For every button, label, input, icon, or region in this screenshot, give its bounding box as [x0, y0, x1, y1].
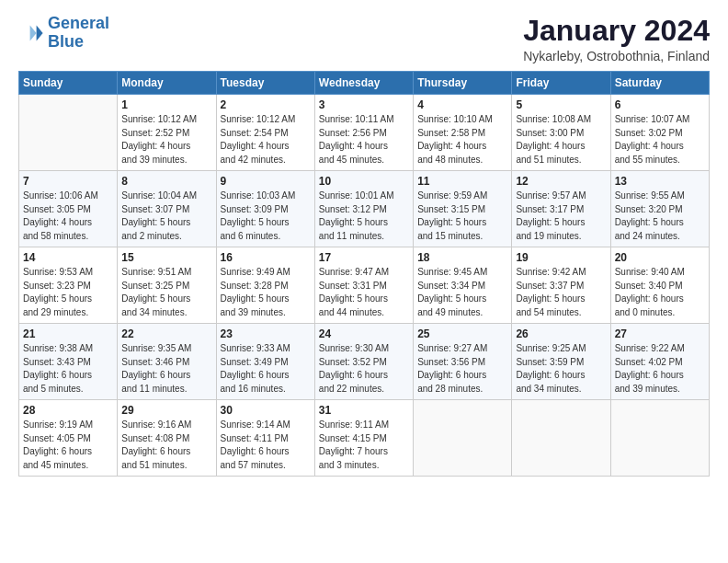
svg-marker-0: [37, 25, 43, 40]
day-number: 31: [319, 404, 409, 417]
header-tuesday: Tuesday: [216, 72, 314, 95]
header: General Blue January 2024 Nykarleby, Ost…: [18, 15, 710, 63]
day-number: 24: [319, 327, 409, 340]
day-info: Sunrise: 9:27 AMSunset: 3:56 PMDaylight:…: [417, 342, 507, 396]
day-info: Sunrise: 9:40 AMSunset: 3:40 PMDaylight:…: [615, 266, 705, 319]
day-number: 2: [221, 98, 311, 111]
svg-marker-1: [30, 25, 37, 40]
day-number: 11: [417, 175, 507, 188]
day-info: Sunrise: 9:14 AMSunset: 4:11 PMDaylight:…: [221, 419, 311, 472]
day-number: 30: [221, 404, 311, 417]
day-number: 23: [221, 327, 311, 340]
table-row: 11Sunrise: 9:59 AMSunset: 3:15 PMDayligh…: [414, 171, 512, 247]
calendar-week-row: 7Sunrise: 10:06 AMSunset: 3:05 PMDayligh…: [19, 171, 710, 247]
table-row: 24Sunrise: 9:30 AMSunset: 3:52 PMDayligh…: [314, 324, 413, 400]
logo-line1: General: [48, 14, 109, 32]
day-number: 4: [417, 98, 507, 111]
day-number: 28: [23, 404, 113, 417]
table-row: 8Sunrise: 10:04 AMSunset: 3:07 PMDayligh…: [118, 171, 216, 247]
table-row: 20Sunrise: 9:40 AMSunset: 3:40 PMDayligh…: [610, 247, 709, 324]
day-number: 6: [615, 98, 705, 111]
day-info: Sunrise: 10:11 AMSunset: 2:56 PMDaylight…: [319, 113, 409, 167]
day-number: 3: [319, 98, 409, 111]
header-saturday: Saturday: [610, 72, 709, 95]
table-row: 4Sunrise: 10:10 AMSunset: 2:58 PMDayligh…: [414, 95, 512, 171]
day-number: 1: [121, 98, 211, 111]
table-row: 1Sunrise: 10:12 AMSunset: 2:52 PMDayligh…: [118, 95, 216, 171]
day-number: 29: [121, 404, 211, 417]
table-row: 29Sunrise: 9:16 AMSunset: 4:08 PMDayligh…: [118, 400, 216, 477]
table-row: 31Sunrise: 9:11 AMSunset: 4:15 PMDayligh…: [314, 400, 413, 477]
table-row: [19, 95, 118, 171]
table-row: 26Sunrise: 9:25 AMSunset: 3:59 PMDayligh…: [512, 324, 610, 400]
table-row: 28Sunrise: 9:19 AMSunset: 4:05 PMDayligh…: [19, 400, 118, 477]
table-row: 17Sunrise: 9:47 AMSunset: 3:31 PMDayligh…: [314, 247, 413, 324]
day-info: Sunrise: 9:19 AMSunset: 4:05 PMDaylight:…: [23, 419, 113, 472]
day-number: 27: [615, 327, 705, 340]
day-info: Sunrise: 9:11 AMSunset: 4:15 PMDaylight:…: [319, 419, 409, 472]
calendar-week-row: 21Sunrise: 9:38 AMSunset: 3:43 PMDayligh…: [19, 324, 710, 400]
day-info: Sunrise: 9:45 AMSunset: 3:34 PMDaylight:…: [417, 266, 507, 319]
header-friday: Friday: [512, 72, 610, 95]
logo: General Blue: [18, 15, 109, 52]
day-number: 7: [23, 175, 113, 188]
table-row: 5Sunrise: 10:08 AMSunset: 3:00 PMDayligh…: [512, 95, 610, 171]
calendar-header-row: Sunday Monday Tuesday Wednesday Thursday…: [19, 72, 710, 95]
table-row: 19Sunrise: 9:42 AMSunset: 3:37 PMDayligh…: [512, 247, 610, 324]
table-row: 22Sunrise: 9:35 AMSunset: 3:46 PMDayligh…: [118, 324, 216, 400]
day-info: Sunrise: 9:42 AMSunset: 3:37 PMDaylight:…: [516, 266, 606, 319]
page: General Blue January 2024 Nykarleby, Ost…: [0, 0, 728, 486]
calendar-week-row: 14Sunrise: 9:53 AMSunset: 3:23 PMDayligh…: [19, 247, 710, 324]
day-info: Sunrise: 9:35 AMSunset: 3:46 PMDaylight:…: [121, 342, 211, 396]
logo-icon: [18, 20, 44, 46]
calendar-week-row: 28Sunrise: 9:19 AMSunset: 4:05 PMDayligh…: [19, 400, 710, 477]
day-info: Sunrise: 9:55 AMSunset: 3:20 PMDaylight:…: [615, 190, 705, 243]
day-info: Sunrise: 10:12 AMSunset: 2:54 PMDaylight…: [221, 113, 311, 167]
table-row: 27Sunrise: 9:22 AMSunset: 4:02 PMDayligh…: [610, 324, 709, 400]
day-info: Sunrise: 10:04 AMSunset: 3:07 PMDaylight…: [121, 190, 211, 243]
table-row: 23Sunrise: 9:33 AMSunset: 3:49 PMDayligh…: [216, 324, 314, 400]
day-info: Sunrise: 10:01 AMSunset: 3:12 PMDaylight…: [319, 190, 409, 243]
day-info: Sunrise: 10:07 AMSunset: 3:02 PMDaylight…: [615, 113, 705, 167]
day-info: Sunrise: 10:06 AMSunset: 3:05 PMDaylight…: [23, 190, 113, 243]
table-row: 25Sunrise: 9:27 AMSunset: 3:56 PMDayligh…: [414, 324, 512, 400]
header-monday: Monday: [118, 72, 216, 95]
table-row: [512, 400, 610, 477]
table-row: 21Sunrise: 9:38 AMSunset: 3:43 PMDayligh…: [19, 324, 118, 400]
table-row: 6Sunrise: 10:07 AMSunset: 3:02 PMDayligh…: [610, 95, 709, 171]
table-row: 12Sunrise: 9:57 AMSunset: 3:17 PMDayligh…: [512, 171, 610, 247]
calendar-week-row: 1Sunrise: 10:12 AMSunset: 2:52 PMDayligh…: [19, 95, 710, 171]
day-info: Sunrise: 9:16 AMSunset: 4:08 PMDaylight:…: [121, 419, 211, 472]
header-sunday: Sunday: [19, 72, 118, 95]
table-row: 30Sunrise: 9:14 AMSunset: 4:11 PMDayligh…: [216, 400, 314, 477]
table-row: [610, 400, 709, 477]
table-row: 2Sunrise: 10:12 AMSunset: 2:54 PMDayligh…: [216, 95, 314, 171]
table-row: 15Sunrise: 9:51 AMSunset: 3:25 PMDayligh…: [118, 247, 216, 324]
day-number: 20: [615, 251, 705, 264]
day-number: 9: [221, 175, 311, 188]
logo-text: General Blue: [48, 15, 109, 52]
day-number: 21: [23, 327, 113, 340]
calendar-table: Sunday Monday Tuesday Wednesday Thursday…: [18, 71, 710, 477]
day-number: 5: [516, 98, 606, 111]
day-info: Sunrise: 9:30 AMSunset: 3:52 PMDaylight:…: [319, 342, 409, 396]
day-number: 18: [417, 251, 507, 264]
day-number: 25: [417, 327, 507, 340]
subtitle: Nykarleby, Ostrobothnia, Finland: [523, 49, 710, 63]
day-info: Sunrise: 9:38 AMSunset: 3:43 PMDaylight:…: [23, 342, 113, 396]
day-info: Sunrise: 10:12 AMSunset: 2:52 PMDaylight…: [121, 113, 211, 167]
day-info: Sunrise: 9:53 AMSunset: 3:23 PMDaylight:…: [23, 266, 113, 319]
table-row: 10Sunrise: 10:01 AMSunset: 3:12 PMDaylig…: [314, 171, 413, 247]
day-info: Sunrise: 9:22 AMSunset: 4:02 PMDaylight:…: [615, 342, 705, 396]
table-row: 7Sunrise: 10:06 AMSunset: 3:05 PMDayligh…: [19, 171, 118, 247]
day-number: 17: [319, 251, 409, 264]
day-info: Sunrise: 10:08 AMSunset: 3:00 PMDaylight…: [516, 113, 606, 167]
day-info: Sunrise: 9:59 AMSunset: 3:15 PMDaylight:…: [417, 190, 507, 243]
table-row: 18Sunrise: 9:45 AMSunset: 3:34 PMDayligh…: [414, 247, 512, 324]
table-row: 13Sunrise: 9:55 AMSunset: 3:20 PMDayligh…: [610, 171, 709, 247]
day-number: 22: [121, 327, 211, 340]
day-number: 10: [319, 175, 409, 188]
day-info: Sunrise: 10:10 AMSunset: 2:58 PMDaylight…: [417, 113, 507, 167]
table-row: 16Sunrise: 9:49 AMSunset: 3:28 PMDayligh…: [216, 247, 314, 324]
day-number: 26: [516, 327, 606, 340]
